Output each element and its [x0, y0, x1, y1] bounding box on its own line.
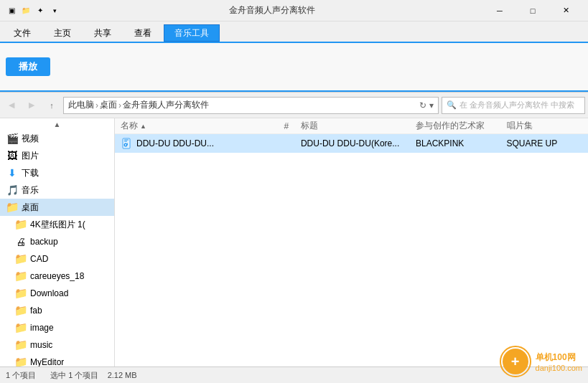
sidebar-item-fab[interactable]: 📁 fab — [0, 302, 114, 319]
path-refresh-icon[interactable]: ↻ — [419, 100, 426, 110]
ribbon-content: 播放 — [0, 42, 588, 92]
sidebar-label-desktop: 桌面 — [22, 202, 39, 214]
sidebar-item-music[interactable]: 🎵 音乐 — [0, 181, 114, 199]
watermark-site: danji100.com — [536, 364, 582, 372]
tab-share[interactable]: 共享 — [83, 24, 122, 42]
tab-home[interactable]: 主页 — [43, 24, 82, 42]
up-button[interactable]: ↑ — [43, 97, 60, 114]
sidebar-item-image[interactable]: 📁 image — [0, 319, 114, 336]
file-title-cell: DDU-DU DDU-DU(Kore... — [301, 138, 416, 148]
svg-point-4 — [125, 144, 126, 146]
status-total: 1 个项目 — [6, 370, 36, 381]
minimize-button[interactable]: ─ — [483, 0, 516, 22]
file-row[interactable]: DDU-DU DDU-DU... DDU-DU DDU-DU(Kore... B… — [115, 134, 588, 153]
sidebar-item-video[interactable]: 🎬 视频 — [0, 130, 114, 147]
watermark-label: 单机100网 — [536, 351, 576, 364]
path-sep-1: › — [95, 100, 98, 110]
status-bar: 1 个项目 选中 1 个项目 2.12 MB + 单机100网 danji100… — [0, 367, 588, 383]
path-dropdown-icon[interactable]: ▾ — [429, 100, 434, 110]
file-album-cell: SQUARE UP — [507, 138, 582, 148]
sidebar-label-music-folder: music — [30, 340, 52, 350]
window-title: 金舟音频人声分离软件 — [60, 4, 483, 16]
sidebar-item-cad[interactable]: 📁 CAD — [0, 250, 114, 268]
ribbon-tabs: 文件 主页 共享 查看 音乐工具 — [0, 22, 588, 42]
folder-cad-icon: 📁 — [14, 252, 27, 265]
back-button[interactable]: ◀ — [3, 97, 20, 114]
sidebar-label-image: image — [30, 323, 54, 333]
folder-wallpaper-icon: 📁 — [14, 218, 27, 231]
header-title[interactable]: 标题 — [301, 120, 416, 132]
close-button[interactable]: ✕ — [549, 0, 582, 22]
sidebar-item-careueyes[interactable]: 📁 careueyes_18 — [0, 268, 114, 285]
app-icon-2: 📁 — [20, 5, 32, 16]
downloads-icon: ⬇ — [6, 166, 19, 179]
play-button[interactable]: 播放 — [6, 57, 50, 76]
title-bar-icons: ▣ 📁 ✦ ▾ — [6, 5, 60, 16]
sidebar-item-pictures[interactable]: 🖼 图片 — [0, 147, 114, 164]
sidebar-label-downloads: 下载 — [22, 167, 39, 179]
folder-backup-icon: 🖨 — [14, 235, 27, 248]
tab-file[interactable]: 文件 — [3, 24, 42, 42]
address-computer: 此电脑 — [68, 99, 94, 111]
ribbon: 文件 主页 共享 查看 音乐工具 播放 — [0, 22, 588, 93]
music-file-icon — [121, 137, 134, 150]
title-bar: ▣ 📁 ✦ ▾ 金舟音频人声分离软件 ─ □ ✕ — [0, 0, 588, 22]
file-list-header: 名称 ▲ # 标题 参与创作的艺术家 唱片集 — [115, 118, 588, 134]
sort-arrow: ▲ — [140, 123, 146, 130]
sidebar-label-wallpaper: 4K壁纸图片 1( — [30, 219, 85, 231]
app-icon-1: ▣ — [6, 5, 17, 16]
sidebar-label-cad: CAD — [30, 254, 48, 264]
sidebar-item-music-folder[interactable]: 📁 music — [0, 336, 114, 354]
pin-icon: ▾ — [49, 5, 60, 16]
address-folder: 金舟音频人声分离软件 — [123, 99, 209, 111]
sidebar-label-download: Download — [30, 288, 68, 298]
content-area: 名称 ▲ # 标题 参与创作的艺术家 唱片集 — [115, 118, 588, 367]
folder-download-icon: 📁 — [14, 287, 27, 300]
tab-music-tools[interactable]: 音乐工具 — [164, 24, 220, 42]
quick-access-icon: ✦ — [34, 5, 46, 16]
file-artist-cell: BLACKPINK — [416, 138, 507, 148]
status-selected: 选中 1 个项目 2.12 MB — [50, 370, 136, 381]
music-icon: 🎵 — [6, 184, 19, 197]
header-album[interactable]: 唱片集 — [507, 120, 582, 132]
sidebar-item-backup[interactable]: 🖨 backup — [0, 233, 114, 250]
sidebar-item-download[interactable]: 📁 Download — [0, 285, 114, 302]
folder-fab-icon: 📁 — [14, 304, 27, 317]
path-sep-2: › — [118, 100, 121, 110]
folder-myeditor-icon: 📁 — [14, 356, 27, 367]
folder-image-icon: 📁 — [14, 321, 27, 334]
sidebar-label-music: 音乐 — [22, 184, 39, 197]
search-box[interactable]: 🔍 在 金舟音频人声分离软件 中搜索 — [442, 97, 585, 114]
folder-careueyes-icon: 📁 — [14, 270, 27, 283]
folder-music-icon: 📁 — [14, 339, 27, 351]
maximize-button[interactable]: □ — [516, 0, 549, 22]
header-artist[interactable]: 参与创作的艺术家 — [416, 120, 507, 132]
address-desktop: 桌面 — [100, 99, 117, 111]
tab-view[interactable]: 查看 — [123, 24, 162, 42]
sidebar-label-myeditor: MyEditor — [30, 357, 64, 367]
search-placeholder: 在 金舟音频人声分离软件 中搜索 — [459, 100, 574, 110]
sidebar-label-careueyes: careueyes_18 — [30, 271, 84, 281]
file-name-cell: DDU-DU DDU-DU... — [121, 137, 272, 150]
sidebar-item-downloads[interactable]: ⬇ 下载 — [0, 164, 114, 181]
sidebar-label-video: 视频 — [22, 133, 39, 145]
sidebar-label-fab: fab — [30, 306, 42, 316]
sidebar-scroll-up[interactable]: ▲ — [0, 118, 114, 130]
watermark: + 单机100网 danji100.com — [500, 346, 582, 377]
svg-rect-2 — [124, 141, 127, 142]
sidebar: ▲ 🎬 视频 🖼 图片 ⬇ 下载 🎵 音乐 📁 桌面 📁 4K壁纸图片 1( 🖨 — [0, 118, 115, 367]
svg-rect-1 — [124, 140, 129, 141]
sidebar-item-myeditor[interactable]: 📁 MyEditor — [0, 354, 114, 367]
pictures-icon: 🖼 — [6, 149, 19, 162]
sidebar-item-desktop[interactable]: 📁 桌面 — [0, 199, 114, 216]
header-name[interactable]: 名称 ▲ — [121, 120, 272, 132]
sidebar-item-wallpaper[interactable]: 📁 4K壁纸图片 1( — [0, 216, 114, 233]
search-icon: 🔍 — [447, 100, 457, 110]
desktop-icon: 📁 — [6, 201, 19, 214]
address-path[interactable]: 此电脑 › 桌面 › 金舟音频人声分离软件 ↻ ▾ — [63, 97, 439, 114]
sidebar-label-pictures: 图片 — [22, 150, 39, 162]
header-num: # — [272, 121, 301, 131]
forward-button[interactable]: ▶ — [23, 97, 40, 114]
address-bar: ◀ ▶ ↑ 此电脑 › 桌面 › 金舟音频人声分离软件 ↻ ▾ 🔍 在 金舟音频… — [0, 93, 588, 118]
video-icon: 🎬 — [6, 132, 19, 145]
